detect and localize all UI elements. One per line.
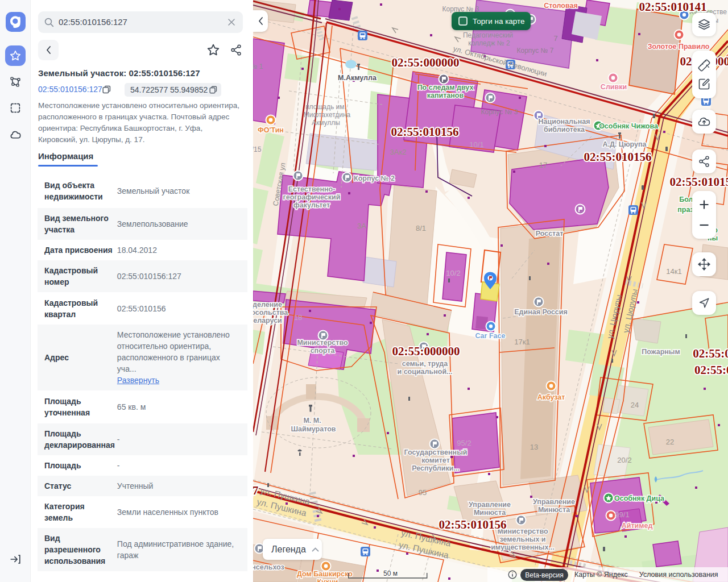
svg-text:Car Face: Car Face [475, 332, 506, 340]
svg-text:02:55:010156: 02:55:010156 [391, 125, 459, 139]
svg-text:посольства: посольства [253, 309, 288, 317]
svg-text:Управление: Управление [533, 498, 575, 506]
svg-text:Акмуллы: Акмуллы [312, 119, 340, 127]
svg-text:Национальная: Национальная [539, 118, 590, 126]
svg-text:Министерство: Министерство [297, 339, 348, 347]
svg-text:Кухни: Кухни [317, 578, 338, 582]
svg-text:99/1: 99/1 [615, 510, 629, 519]
svg-text:М.Акмулла: М.Акмулла [338, 74, 377, 82]
svg-text:нсельхоз: нсельхоз [253, 563, 284, 571]
svg-text:Единая Россия: Единая Россия [514, 308, 568, 316]
svg-text:Особняк Дица: Особняк Дица [614, 494, 665, 502]
svg-text:Корпус № 2: Корпус № 2 [354, 174, 395, 182]
svg-text:Столовая: Столовая [544, 2, 578, 10]
svg-text:Шаймуратов: Шаймуратов [291, 425, 336, 433]
svg-text:7: 7 [553, 34, 557, 43]
svg-text:Золотое Правило: Золотое Правило [648, 43, 710, 51]
svg-text:Мифтахетдина: Мифтахетдина [304, 111, 351, 119]
svg-text:20/2: 20/2 [617, 456, 631, 464]
svg-text:3Ак2: 3Ак2 [390, 148, 407, 156]
svg-text:02:55:010156: 02:55:010156 [584, 150, 652, 164]
svg-text:Государственный: Государственный [404, 448, 467, 456]
svg-text:Акбузат: Акбузат [537, 393, 565, 401]
svg-text:14к1: 14к1 [666, 267, 681, 276]
svg-text:02:55:000000: 02:55:000000 [392, 344, 460, 358]
svg-text:Айтимед: Айтимед [622, 522, 653, 530]
svg-text:17: 17 [539, 161, 547, 169]
svg-text:библиотека: библиотека [544, 126, 585, 134]
svg-text:Корпус № 7: Корпус № 7 [517, 47, 554, 55]
svg-text:Беларуси: Беларуси [253, 317, 282, 325]
svg-text:Республики...: Республики... [412, 464, 460, 472]
svg-text:тделение: тделение [253, 301, 282, 309]
svg-text:Естественно-: Естественно- [288, 185, 336, 193]
svg-text:02:55:010141: 02:55:010141 [639, 0, 707, 14]
svg-text:имущественных...: имущественных... [491, 543, 555, 551]
svg-text:ФО'Тин: ФО'Тин [258, 126, 284, 134]
svg-text:Росстат: Росстат [536, 230, 564, 238]
svg-text:02:55:000: 02:55:000 [693, 347, 728, 360]
svg-text:По следам двух: По следам двух [417, 84, 474, 92]
svg-text:22: 22 [666, 438, 674, 446]
svg-text:/15: /15 [253, 146, 262, 153]
svg-text:факультет: факультет [293, 201, 330, 209]
svg-text:95: 95 [419, 488, 427, 497]
svg-text:Сливки: Сливки [601, 83, 627, 91]
svg-text:площадь им.: площадь им. [305, 103, 346, 111]
svg-text:02:55:0101: 02:55:0101 [694, 363, 728, 377]
svg-text:24: 24 [631, 401, 639, 409]
svg-text:Педагогический: Педагогический [463, 31, 513, 39]
svg-text:02:55:010156: 02:55:010156 [439, 518, 507, 531]
svg-text:Управление: Управление [469, 501, 511, 509]
svg-text:10/1: 10/1 [469, 140, 483, 149]
svg-text:3А: 3А [357, 222, 366, 230]
svg-text:Особняк Чижова: Особняк Чижова [599, 122, 659, 130]
svg-text:Минюста: Минюста [538, 506, 570, 514]
svg-text:земельных и: земельных и [500, 535, 546, 543]
svg-text:А.Д. Цюрупа: А.Д. Цюрупа [602, 140, 647, 148]
svg-text:капитанов: капитанов [427, 92, 464, 99]
svg-text:Пожарным: Пожарным [642, 348, 680, 356]
svg-text:М. М.: М. М. [303, 417, 321, 425]
svg-text:18: 18 [294, 313, 302, 322]
svg-text:Минюста: Минюста [474, 509, 506, 517]
svg-text:13: 13 [530, 443, 538, 451]
svg-text:10/2: 10/2 [446, 269, 460, 277]
svg-text:семьи, труда: семьи, труда [402, 360, 448, 368]
svg-text:колледж № 2: колледж № 2 [468, 39, 510, 47]
svg-text:и социальной...: и социальной... [398, 368, 453, 376]
svg-text:географический: географический [283, 193, 341, 201]
svg-text:95/2: 95/2 [457, 439, 471, 447]
svg-text:Дом Башкирско: Дом Башкирско [297, 570, 353, 578]
svg-text:50 м: 50 м [383, 569, 398, 577]
svg-text:№ 1: № 1 [253, 63, 263, 70]
svg-text:02:55:010158: 02:55:010158 [670, 175, 728, 189]
svg-text:комитет: комитет [421, 456, 450, 464]
svg-text:спорта: спорта [311, 347, 336, 355]
svg-text:02:55:000000: 02:55:000000 [392, 56, 460, 69]
svg-text:8/1: 8/1 [416, 224, 426, 232]
svg-text:17к1: 17к1 [514, 338, 530, 346]
svg-text:Корпус № 3: Корпус № 3 [481, 108, 518, 116]
svg-text:7: 7 [253, 484, 258, 497]
